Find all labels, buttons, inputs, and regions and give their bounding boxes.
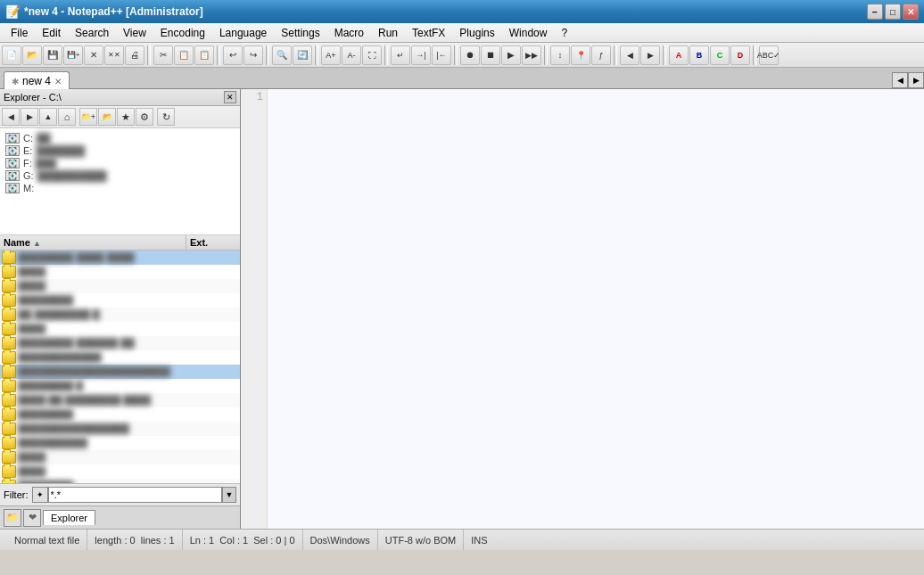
file-item[interactable]: ██ ████████ █: [0, 308, 240, 322]
menu-plugins[interactable]: Plugins: [452, 25, 501, 41]
menu-help[interactable]: ?: [554, 25, 574, 41]
file-item[interactable]: ████ ██ ████████ ████: [0, 393, 240, 407]
exp-back[interactable]: ◀: [2, 108, 20, 126]
menu-file[interactable]: File: [4, 25, 35, 41]
menu-encoding[interactable]: Encoding: [153, 25, 212, 41]
tb-cut[interactable]: ✂: [153, 45, 173, 65]
minimize-button[interactable]: −: [867, 4, 883, 20]
tb-zoomout[interactable]: A-: [342, 45, 361, 65]
drive-m[interactable]: 💽 M:: [4, 182, 236, 194]
tb-save[interactable]: 💾: [43, 45, 62, 65]
tb-func-list[interactable]: ƒ: [591, 45, 611, 65]
tb-undo[interactable]: ↩: [223, 45, 243, 65]
tb-macro-record[interactable]: ⏺: [460, 45, 480, 65]
tb-macro-play[interactable]: ▶: [501, 45, 521, 65]
file-item[interactable]: ████████ █: [0, 379, 240, 393]
exp-fwd[interactable]: ▶: [21, 108, 38, 126]
tb-zoomin[interactable]: A+: [321, 45, 341, 65]
tb-macro-stop[interactable]: ⏹: [481, 45, 500, 65]
tb-macro-run[interactable]: ▶▶: [522, 45, 541, 65]
drive-c[interactable]: 💽 C: ██: [4, 132, 236, 144]
file-list[interactable]: ████████ ████ ████ ████ ████ ████████ ██…: [0, 251, 240, 483]
file-item[interactable]: ████████: [0, 407, 240, 422]
col-ext[interactable]: Ext.: [186, 235, 240, 250]
exp-refresh[interactable]: ↻: [157, 108, 175, 126]
tb-closeall[interactable]: ✕✕: [104, 45, 124, 65]
drive-e[interactable]: 💽 E: ███████: [4, 144, 236, 157]
file-item[interactable]: ██████████████████████: [0, 365, 240, 379]
exp-tab-heart[interactable]: ❤: [23, 509, 41, 527]
menu-textfx[interactable]: TextFX: [405, 25, 452, 41]
tb-spellcheck[interactable]: ABC✓: [759, 45, 779, 65]
menu-view[interactable]: View: [116, 25, 153, 41]
tb-abc3[interactable]: C: [710, 45, 730, 65]
menu-search[interactable]: Search: [68, 25, 116, 41]
tb-indent[interactable]: →|: [411, 45, 431, 65]
file-item[interactable]: ████████ ██████ ██: [0, 336, 240, 350]
tb-replace[interactable]: 🔄: [293, 45, 312, 65]
editor-textarea[interactable]: [268, 89, 924, 529]
tb-abc4[interactable]: D: [730, 45, 750, 65]
explorer-close-button[interactable]: ✕: [224, 91, 236, 103]
file-list-header: Name ▲ Ext.: [0, 235, 240, 251]
menu-window[interactable]: Window: [502, 25, 555, 41]
file-item[interactable]: ████: [0, 279, 240, 293]
main-area: Explorer - C:\ ✕ ◀ ▶ ▲ ⌂ 📁+ 📂 ★ ⚙ ↻ 💽 C:…: [0, 89, 924, 529]
tb-new[interactable]: 📄: [2, 45, 21, 65]
exp-home[interactable]: ⌂: [58, 108, 76, 126]
folder-icon: [2, 294, 16, 307]
tab-new4[interactable]: ✱ new 4 ✕: [4, 71, 70, 89]
close-button[interactable]: ✕: [903, 4, 919, 20]
exp-openfolder[interactable]: 📂: [98, 108, 116, 126]
maximize-button[interactable]: □: [885, 4, 901, 20]
tab-close-button[interactable]: ✕: [54, 77, 62, 86]
tb-redo[interactable]: ↪: [243, 45, 263, 65]
tb-doc-map[interactable]: 📍: [571, 45, 590, 65]
col-name[interactable]: Name ▲: [0, 235, 186, 250]
file-item[interactable]: ████: [0, 265, 240, 279]
exp-tab-explorer[interactable]: Explorer: [43, 510, 95, 525]
tb-copy[interactable]: 📋: [174, 45, 194, 65]
menu-language[interactable]: Language: [212, 25, 274, 41]
exp-tab-folder-icon[interactable]: 📁: [4, 509, 21, 527]
folder-icon: [2, 451, 16, 464]
file-item[interactable]: ████: [0, 322, 240, 336]
tb-synced-scrolling[interactable]: ↕: [550, 45, 570, 65]
tb-wordwrap[interactable]: ↵: [391, 45, 410, 65]
tab-modified-icon: ✱: [12, 77, 19, 86]
file-item[interactable]: ████: [0, 450, 240, 464]
tb-find[interactable]: 🔍: [272, 45, 292, 65]
file-item[interactable]: ████████ ████ ████: [0, 251, 240, 265]
tb-abc2[interactable]: B: [689, 45, 709, 65]
tb-unindent[interactable]: |←: [432, 45, 451, 65]
filter-dropdown-button[interactable]: ▼: [222, 487, 236, 503]
exp-newfolder[interactable]: 📁+: [79, 108, 97, 126]
file-item[interactable]: ████████████████: [0, 422, 240, 436]
drive-g[interactable]: 💽 G: ██████████: [4, 169, 236, 182]
tb-abc1[interactable]: A: [669, 45, 689, 65]
exp-addfav[interactable]: ★: [117, 108, 135, 126]
tb-open[interactable]: 📂: [22, 45, 42, 65]
tb-paste[interactable]: 📋: [194, 45, 214, 65]
tb-close[interactable]: ✕: [84, 45, 103, 65]
file-item[interactable]: ████████: [0, 293, 240, 308]
filter-input[interactable]: [48, 487, 223, 503]
exp-up[interactable]: ▲: [39, 108, 57, 126]
menu-run[interactable]: Run: [371, 25, 405, 41]
file-item[interactable]: ████: [0, 464, 240, 479]
tb-fullscreen[interactable]: ⛶: [362, 45, 382, 65]
tb-saveall[interactable]: 💾+: [63, 45, 83, 65]
tab-bar: ✱ new 4 ✕ ◀ ▶: [0, 68, 924, 89]
file-item[interactable]: ██████████: [0, 436, 240, 450]
drive-f[interactable]: 💽 F: ███: [4, 157, 236, 169]
menu-edit[interactable]: Edit: [35, 25, 68, 41]
tb-print[interactable]: 🖨: [125, 45, 144, 65]
tab-scroll-right[interactable]: ▶: [908, 72, 924, 88]
file-item[interactable]: ████████████: [0, 350, 240, 365]
tab-scroll-left[interactable]: ◀: [892, 72, 908, 88]
exp-settings[interactable]: ⚙: [136, 108, 153, 126]
menu-macro[interactable]: Macro: [327, 25, 371, 41]
menu-settings[interactable]: Settings: [274, 25, 326, 41]
tb-prev-result[interactable]: ◀: [620, 45, 639, 65]
tb-next-result[interactable]: ▶: [640, 45, 660, 65]
